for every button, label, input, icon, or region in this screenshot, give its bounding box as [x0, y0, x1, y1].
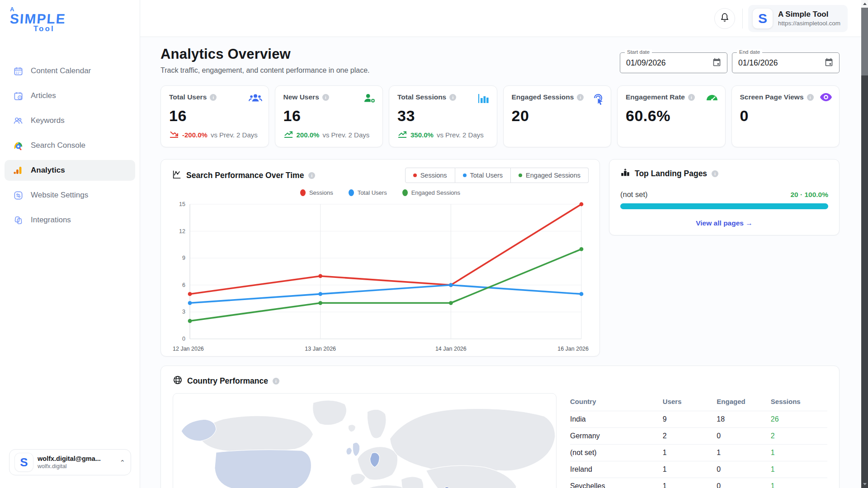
svg-text:0: 0	[182, 336, 185, 342]
sidebar-item-label: Integrations	[31, 216, 71, 225]
kpi-header: Total Sessionsi	[397, 93, 489, 101]
page-subtitle: Track traffic, engagement, and content p…	[160, 66, 370, 75]
bell-icon	[719, 12, 730, 25]
landing-page-row: (not set) 20 · 100.0%	[620, 190, 828, 199]
trend-down-icon	[169, 130, 179, 140]
kpi-header: Engaged Sessionsi	[512, 93, 603, 101]
scroll-down-button[interactable]	[861, 480, 868, 488]
info-icon[interactable]: i	[577, 94, 584, 101]
keywords-icon	[13, 115, 24, 126]
chart-legend-item: Sessions	[300, 189, 333, 196]
company-switcher[interactable]: S A Simple Tool https://asimpletool.com	[748, 5, 848, 32]
landing-page-label: (not set)	[620, 190, 648, 199]
svg-text:14 Jan 2026: 14 Jan 2026	[435, 346, 467, 352]
table-row: Germany202	[570, 428, 827, 445]
country-cell: (not set)	[570, 445, 663, 461]
calendar-picker-icon[interactable]	[824, 57, 834, 69]
date-range: Start date 01/09/2026 End date 01/16/202…	[620, 52, 840, 73]
trend-caption: vs Prev. 2 Days	[437, 131, 484, 139]
metric-cell: 26	[771, 411, 827, 428]
series-color-dot	[463, 174, 467, 177]
analytics-icon	[13, 165, 24, 176]
sidebar-item-website-settings[interactable]: Website Settings	[5, 185, 135, 206]
sidebar-item-search-console[interactable]: Search Console	[5, 135, 135, 156]
end-date-input[interactable]: End date 01/16/2026	[732, 52, 840, 73]
scrollbar-thumb[interactable]	[861, 8, 868, 75]
top-landing-pages-card: Top Landing Pages i (not set) 20 · 100.0…	[609, 159, 840, 235]
sidebar-item-analytics[interactable]: Analytics	[5, 160, 135, 181]
user-email: wolfx.digital@gma...	[38, 455, 115, 462]
trend-percent: -200.0%	[182, 131, 208, 139]
scroll-down-icon	[863, 483, 867, 485]
info-icon[interactable]: i	[449, 94, 456, 101]
kpi-value: 16	[169, 107, 260, 125]
info-icon[interactable]: i	[273, 378, 279, 385]
series-toggle-total-users[interactable]: Total Users	[455, 168, 511, 183]
country-cell: Germany	[570, 428, 663, 445]
search-console-icon	[13, 140, 24, 151]
legend-label: Engaged Sessions	[411, 189, 460, 196]
kpi-label: Total Users	[169, 93, 207, 101]
series-toggle-group: SessionsTotal UsersEngaged Sessions	[405, 168, 589, 183]
kpi-value: 0	[740, 107, 831, 125]
end-date-label: End date	[737, 49, 762, 55]
svg-text:3: 3	[182, 309, 185, 315]
metric-cell: 0	[717, 428, 770, 445]
view-all-pages-link[interactable]: View all pages →	[620, 219, 828, 227]
column-header-sessions: Sessions	[771, 395, 827, 411]
series-toggle-sessions[interactable]: Sessions	[405, 168, 455, 183]
user-account-button[interactable]: S wolfx.digital@gma... wolfx.digital ⌃	[9, 449, 131, 475]
kpi-value: 16	[283, 107, 375, 125]
info-icon[interactable]: i	[210, 94, 217, 101]
info-icon[interactable]: i	[308, 172, 315, 179]
series-toggle-engaged-sessions[interactable]: Engaged Sessions	[511, 168, 589, 183]
table-row: Ireland101	[570, 461, 827, 478]
metric-cell: 0	[717, 461, 770, 478]
info-icon[interactable]: i	[807, 94, 814, 101]
country-body: CountryUsersEngagedSessionsIndia91826Ger…	[173, 393, 827, 488]
country-cell: Ireland	[570, 461, 663, 478]
company-avatar: S	[753, 9, 773, 28]
page-title-block: Analytics Overview Track traffic, engage…	[160, 46, 370, 75]
kpi-header: New Usersi	[283, 93, 375, 101]
info-icon[interactable]: i	[322, 94, 329, 101]
company-texts: A Simple Tool https://asimpletool.com	[778, 10, 840, 27]
kpi-card-new-users: New Usersi16200.0%vs Prev. 2 Days	[275, 85, 383, 147]
landing-progress-bar	[620, 203, 828, 209]
globe-icon	[173, 375, 183, 387]
legend-dot	[300, 189, 306, 196]
svg-text:13 Jan 2026: 13 Jan 2026	[305, 346, 336, 352]
series-toggle-label: Engaged Sessions	[526, 172, 580, 179]
sidebar-item-articles[interactable]: Articles	[5, 85, 135, 106]
page-scrollbar[interactable]	[861, 0, 868, 488]
sidebar-item-keywords[interactable]: Keywords	[5, 110, 135, 131]
middle-row: Search Performance Over Time i SessionsT…	[160, 159, 840, 357]
scroll-up-button[interactable]	[861, 0, 868, 8]
sidebar-item-integrations[interactable]: Integrations	[5, 210, 135, 230]
users-group-icon	[249, 92, 261, 105]
trend-percent: 350.0%	[410, 131, 434, 139]
metric-cell: 18	[717, 411, 770, 428]
kpi-label: Screen Page Views	[740, 93, 804, 101]
info-icon[interactable]: i	[712, 170, 718, 177]
country-performance-card: Country Performance i CountryUsersEngage…	[160, 366, 840, 488]
legend-label: Sessions	[309, 189, 333, 196]
info-icon[interactable]: i	[688, 94, 695, 101]
app-root: A SIMPLE Tool Content CalendarArticlesKe…	[0, 0, 868, 488]
kpi-label: Engagement Rate	[626, 93, 685, 101]
trend-caption: vs Prev. 2 Days	[322, 131, 369, 139]
chart-card-header: Search Performance Over Time i SessionsT…	[172, 168, 589, 183]
main-content: Analytics Overview Track traffic, engage…	[140, 37, 861, 488]
landing-title-wrap: Top Landing Pages i	[620, 168, 828, 179]
sidebar-item-content-calendar[interactable]: Content Calendar	[5, 61, 135, 81]
kpi-label: Engaged Sessions	[512, 93, 574, 101]
notifications-button[interactable]	[714, 8, 735, 29]
sidebar-item-label: Analytics	[31, 166, 65, 175]
kpi-card-total-users: Total Usersi16-200.0%vs Prev. 2 Days	[160, 85, 269, 147]
calendar-picker-icon[interactable]	[712, 57, 722, 69]
start-date-input[interactable]: Start date 01/09/2026	[620, 52, 727, 73]
start-date-value: 01/09/2026	[626, 58, 666, 68]
kpi-card-screen-page-views: Screen Page Viewsi0	[731, 85, 840, 147]
metric-cell: 9	[663, 411, 717, 428]
podium-icon	[620, 168, 630, 179]
